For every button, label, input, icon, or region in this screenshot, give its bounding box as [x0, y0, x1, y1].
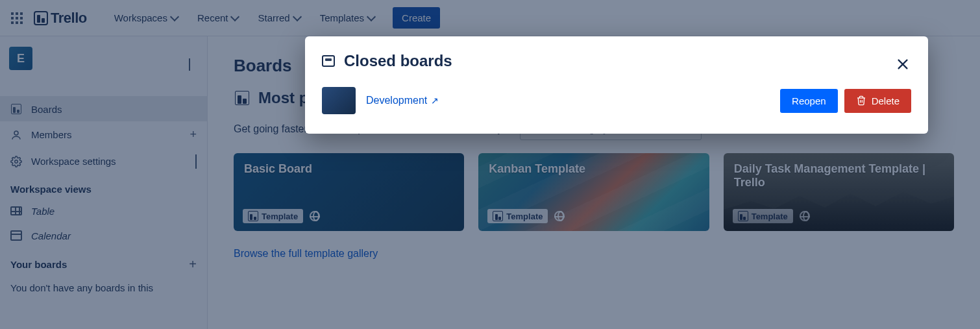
dialog-close-button[interactable]	[892, 53, 914, 78]
closed-boards-dialog: Closed boards Development ↗ Reopen Delet…	[305, 36, 928, 134]
close-icon	[896, 57, 910, 71]
external-arrow-icon: ↗	[431, 95, 439, 106]
closed-board-icon	[322, 55, 335, 67]
dialog-actions: Reopen Delete	[780, 89, 911, 113]
closed-board-name: Development	[366, 95, 427, 106]
closed-board-link[interactable]: Development ↗	[366, 95, 439, 106]
reopen-button-label: Reopen	[792, 95, 826, 106]
delete-button-label: Delete	[872, 95, 900, 106]
delete-button[interactable]: Delete	[844, 89, 911, 113]
closed-board-row: Development ↗ Reopen Delete	[322, 87, 911, 114]
trash-icon	[856, 95, 866, 106]
dialog-title-row: Closed boards	[322, 52, 911, 70]
dialog-title: Closed boards	[344, 52, 452, 70]
reopen-button[interactable]: Reopen	[780, 89, 838, 113]
board-thumbnail	[322, 87, 356, 114]
